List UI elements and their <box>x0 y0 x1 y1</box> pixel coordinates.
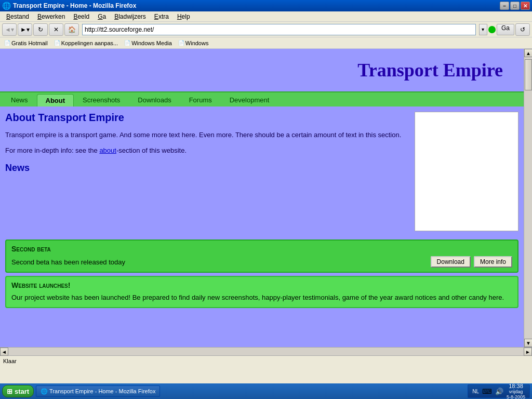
forward-button[interactable]: ►▾ <box>18 23 32 36</box>
about-paragraph2: For more in-depth info: see the about-se… <box>5 145 409 156</box>
news-item-beta-body: Second beta has been released today Down… <box>11 256 512 268</box>
site-header: Transport Empire <box>0 49 524 91</box>
about-title: About Transport Empire <box>5 112 409 124</box>
about-link[interactable]: about <box>99 147 116 154</box>
go-area: Ga ↺ <box>488 23 530 36</box>
address-dropdown[interactable]: ▾ <box>479 24 487 35</box>
tab-about[interactable]: About <box>37 94 74 107</box>
bookmark-icon-3: 📄 <box>124 40 130 46</box>
window-controls: – □ ✕ <box>500 2 530 10</box>
refresh-icon-btn[interactable]: ↺ <box>515 23 530 36</box>
content-layout: About Transport Empire Transport empire … <box>0 107 524 236</box>
scroll-up-button[interactable]: ▲ <box>524 49 532 57</box>
scroll-down-button[interactable]: ▼ <box>524 339 532 347</box>
news-item-beta-title: Second beta <box>11 245 512 253</box>
scroll-right-button[interactable]: ► <box>524 348 532 356</box>
bookmark-hotmail[interactable]: 📄 Gratis Hotmail <box>2 39 50 47</box>
minimize-button[interactable]: – <box>500 2 509 10</box>
scroll-thumb[interactable] <box>525 59 532 90</box>
back-button[interactable]: ◄▾ <box>2 23 17 36</box>
tab-downloads[interactable]: Downloads <box>129 94 180 107</box>
go-button[interactable]: Ga <box>497 24 514 35</box>
menu-bar: Bestand Bewerken Beeld Ga Bladwijzers Ex… <box>0 11 532 22</box>
menu-beeld[interactable]: Beeld <box>69 12 94 21</box>
bookmark-windows-media[interactable]: 📄 Windows Media <box>122 39 174 47</box>
menu-bladwijzers[interactable]: Bladwijzers <box>110 12 150 21</box>
sidebar-advertisement <box>415 112 518 231</box>
download-button[interactable]: Download <box>431 256 471 268</box>
news-item-beta-buttons: Download More info <box>431 256 512 268</box>
more-info-button[interactable]: More info <box>474 256 512 268</box>
vertical-scrollbar[interactable]: ▲ ▼ <box>524 49 532 347</box>
bookmark-windows[interactable]: 📄 Windows <box>176 39 211 47</box>
bookmarks-bar: 📄 Gratis Hotmail 📄 Koppelingen aanpas...… <box>0 37 532 49</box>
home-button[interactable]: 🏠 <box>64 23 79 36</box>
reload-button[interactable]: ↻ <box>33 23 48 36</box>
site-title: Transport Empire <box>357 59 503 81</box>
bookmark-label-4: Windows <box>185 40 209 46</box>
stop-button[interactable]: ✕ <box>49 23 63 36</box>
menu-bestand[interactable]: Bestand <box>2 12 33 21</box>
firefox-icon: 🌐 <box>2 2 11 10</box>
tab-forums[interactable]: Forums <box>180 94 221 107</box>
tab-news[interactable]: News <box>2 94 37 107</box>
nav-tabs: News About Screenshots Downloads Forums … <box>0 91 524 107</box>
bookmark-label-3: Windows Media <box>131 40 172 46</box>
menu-help[interactable]: Help <box>173 12 194 21</box>
address-input[interactable] <box>82 24 476 35</box>
horizontal-scrollbar[interactable]: ◄ ► <box>0 347 532 355</box>
scroll-left-button[interactable]: ◄ <box>0 348 8 356</box>
bookmark-icon-4: 📄 <box>178 40 184 46</box>
page-body: About Transport Empire Transport empire … <box>0 107 524 308</box>
window-title: Transport Empire - Home - Mozilla Firefo… <box>13 2 500 9</box>
status-text: Klaar <box>3 358 17 364</box>
news-section-title: News <box>5 163 409 174</box>
main-text-area: About Transport Empire Transport empire … <box>5 112 409 231</box>
bookmark-icon-2: 📄 <box>54 40 60 46</box>
maximize-button[interactable]: □ <box>510 2 520 10</box>
news-item-beta: Second beta Second beta has been release… <box>5 240 518 273</box>
title-bar: 🌐 Transport Empire - Home - Mozilla Fire… <box>0 0 532 11</box>
go-indicator <box>488 26 496 33</box>
menu-ga[interactable]: Ga <box>94 12 110 21</box>
menu-extra[interactable]: Extra <box>150 12 173 21</box>
browser-viewport: Transport Empire News About Screenshots … <box>0 49 532 347</box>
status-bar: Klaar <box>0 355 532 366</box>
toolbar: ◄▾ ►▾ ↻ ✕ 🏠 ▾ Ga ↺ <box>0 22 532 37</box>
bookmark-koppelingen[interactable]: 📄 Koppelingen aanpas... <box>52 39 120 47</box>
bookmark-label-2: Koppelingen aanpas... <box>61 40 118 46</box>
about-paragraph1: Transport empire is a transport game. An… <box>5 130 409 140</box>
menu-bewerken[interactable]: Bewerken <box>33 12 69 21</box>
news-item-launch: Website launches! Our project website ha… <box>5 276 518 308</box>
close-button[interactable]: ✕ <box>521 2 530 10</box>
news-item-launch-text: Our project website has been launched! B… <box>11 292 512 303</box>
tab-screenshots[interactable]: Screenshots <box>74 94 129 107</box>
webpage-content: Transport Empire News About Screenshots … <box>0 49 524 347</box>
news-item-beta-text: Second beta has been released today <box>11 258 125 266</box>
scroll-track[interactable] <box>524 57 532 339</box>
news-item-launch-title: Website launches! <box>11 281 512 289</box>
bookmark-label-1: Gratis Hotmail <box>11 40 48 46</box>
bookmark-icon-1: 📄 <box>4 40 10 46</box>
tab-development[interactable]: Development <box>221 94 278 107</box>
h-scroll-track[interactable] <box>8 348 524 355</box>
